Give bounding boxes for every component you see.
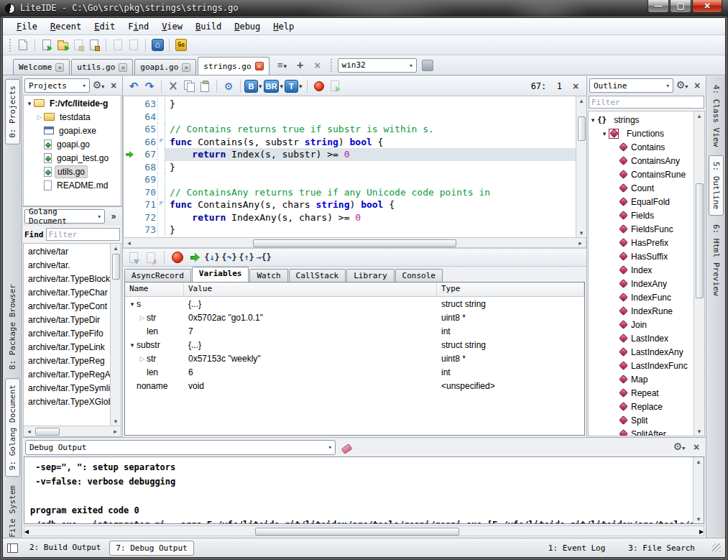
outline-item[interactable]: IndexFunc — [589, 290, 694, 304]
variable-row[interactable]: ▷str0x5702ac "go1.0.1"uint8 * — [125, 311, 584, 324]
tab-utils.go[interactable]: utils.go× — [71, 59, 133, 75]
list-item[interactable]: archive/tar.TypeSymlink — [24, 382, 110, 395]
reload-file-icon[interactable] — [110, 37, 126, 53]
variable-row[interactable]: ▷len6int — [125, 365, 584, 379]
scroll-left-icon[interactable]: ◂ — [24, 526, 29, 536]
side-tab[interactable]: 4: Class View — [709, 79, 723, 152]
code-view[interactable]: 63}6465// Contains returns true if subst… — [124, 96, 576, 237]
outline-item[interactable]: Repeat — [589, 386, 694, 400]
outline-item[interactable]: HasSuffix — [589, 249, 694, 263]
step-over-icon[interactable]: {↷} — [221, 249, 237, 265]
code-text[interactable]: } — [165, 98, 576, 111]
fold-marker-icon[interactable] — [157, 186, 165, 199]
scroll-left-icon[interactable]: ◂ — [24, 428, 34, 435]
list-item[interactable]: archive/tar — [24, 245, 110, 259]
start-debug-icon[interactable] — [311, 78, 327, 94]
gutter-cell[interactable]: 68 — [124, 161, 165, 174]
code-text[interactable]: } — [165, 224, 576, 237]
outline-item[interactable]: Replace — [589, 400, 694, 413]
docs-vertical-scrollbar[interactable]: ▴ ▾ — [110, 244, 121, 426]
tab-strings.go[interactable]: strings.go× — [198, 57, 269, 75]
reload-all-icon[interactable] — [126, 37, 142, 53]
menu-file[interactable]: File — [10, 20, 44, 33]
variable-row[interactable]: ▷str0x57153c "weekly"uint8 * — [125, 352, 584, 365]
output-panel-selector[interactable]: Debug Output ▾ — [25, 440, 336, 455]
gutter-cell[interactable]: 66 — [124, 136, 165, 149]
expander-icon[interactable]: ▷ — [138, 314, 147, 321]
tree-item[interactable]: ▷goapi.exe — [24, 124, 121, 137]
fold-marker-icon[interactable] — [157, 98, 165, 111]
outline-package[interactable]: ▾{}strings — [589, 113, 694, 127]
editor-vertical-scrollbar[interactable]: ▴ ▾ — [576, 96, 586, 237]
fold-marker-icon[interactable] — [157, 211, 165, 224]
output-horizontal-scrollbar[interactable]: ◂ ▸ — [24, 525, 704, 536]
resize-grip-icon[interactable] — [712, 543, 721, 552]
outline-item[interactable]: Fields — [589, 208, 694, 222]
paste-icon[interactable] — [197, 78, 213, 94]
toolbar-grip[interactable] — [331, 59, 333, 72]
fold-marker-icon[interactable] — [157, 173, 165, 186]
build-and-run-button[interactable]: BR▾ — [264, 78, 285, 94]
column-header-name[interactable]: Name — [125, 283, 184, 296]
fold-marker-icon[interactable] — [157, 161, 165, 174]
outline-group[interactable]: ▾Functions — [589, 127, 694, 140]
open-folder-icon[interactable] — [55, 37, 70, 53]
list-item[interactable]: archive/tar.TypeChar — [24, 286, 110, 300]
scroll-right-icon[interactable]: ▸ — [110, 428, 121, 435]
editor-horizontal-scrollbar[interactable]: ◂ ▸ — [123, 237, 586, 248]
variable-row[interactable]: ▾substr{...}struct string — [125, 338, 584, 352]
build-target-combo[interactable]: win32 ▾ — [338, 58, 417, 73]
maximize-button[interactable]: ▢ — [670, 0, 691, 13]
scroll-right-icon[interactable]: ▸ — [699, 526, 704, 536]
clear-output-icon[interactable] — [340, 443, 353, 452]
gutter-cell[interactable]: 69 — [124, 173, 165, 186]
fold-marker-icon[interactable] — [157, 123, 165, 136]
scrollbar-thumb[interactable] — [112, 254, 120, 280]
panel-overflow-icon[interactable]: » — [107, 211, 120, 221]
fold-marker-icon[interactable] — [157, 148, 165, 161]
scroll-up-icon[interactable]: ▴ — [111, 244, 121, 252]
home-icon[interactable]: ⌂ — [149, 37, 165, 53]
gutter-cell[interactable]: 65 — [124, 123, 165, 136]
fold-marker-icon[interactable] — [157, 198, 165, 211]
close-tab-icon[interactable]: × — [310, 58, 326, 73]
outline-item[interactable]: ContainsAny — [589, 154, 694, 167]
gutter-cell[interactable]: 72 — [124, 211, 165, 224]
variable-row[interactable]: ▷nonamevoid<unspecified> — [125, 379, 584, 393]
docs-panel-selector[interactable]: Golang Document ▾ — [24, 209, 105, 224]
outline-item[interactable]: EqualFold — [589, 195, 694, 208]
tree-item[interactable]: ▷goapi_test.go — [24, 151, 121, 165]
tree-item[interactable]: ▷goapi.go — [24, 137, 121, 151]
outline-filter-input[interactable] — [589, 96, 704, 109]
new-file-icon[interactable] — [15, 37, 31, 53]
tab-list-icon[interactable]: ≡▾ — [275, 58, 291, 73]
stop-debug-icon[interactable] — [170, 249, 185, 265]
close-panel-icon[interactable]: × — [107, 80, 120, 91]
code-text[interactable]: return Index(s, substr) >= 0 — [165, 148, 576, 161]
tree-item[interactable]: ▷testdata — [24, 110, 121, 124]
step-into-icon[interactable]: {↓} — [204, 249, 220, 265]
run-to-cursor-icon[interactable]: →{} — [256, 249, 272, 265]
open-file-icon[interactable] — [39, 37, 55, 53]
list-item[interactable]: archive/tar.TypeRegA — [24, 368, 110, 382]
godoc-icon[interactable]: Go — [173, 37, 189, 53]
close-panel-icon[interactable]: × — [690, 441, 703, 453]
variable-row[interactable]: ▾s{...}struct string — [125, 297, 584, 311]
expander-icon[interactable]: ▾ — [589, 116, 597, 124]
scroll-right-icon[interactable]: ▸ — [575, 239, 586, 247]
status-toggle[interactable]: 7: Debug Output — [109, 541, 193, 556]
expander-icon[interactable]: ▾ — [600, 130, 609, 137]
menu-help[interactable]: Help — [267, 20, 300, 33]
side-tab[interactable]: File System — [6, 479, 19, 543]
close-editor-icon[interactable]: × — [569, 81, 582, 92]
close-icon[interactable]: × — [182, 63, 190, 72]
status-toggle[interactable]: 3: File Search — [622, 541, 701, 555]
outline-item[interactable]: LastIndex — [589, 331, 694, 345]
fold-marker-icon[interactable] — [157, 224, 165, 237]
save-file-icon[interactable] — [70, 37, 86, 53]
scrollbar-thumb[interactable] — [255, 528, 459, 536]
code-editor[interactable]: 63}6465// Contains returns true if subst… — [123, 96, 586, 237]
list-item[interactable]: archive/tar. — [24, 259, 110, 272]
step-out-icon[interactable]: {↑} — [239, 249, 254, 265]
column-header-value[interactable]: Value — [184, 283, 437, 296]
